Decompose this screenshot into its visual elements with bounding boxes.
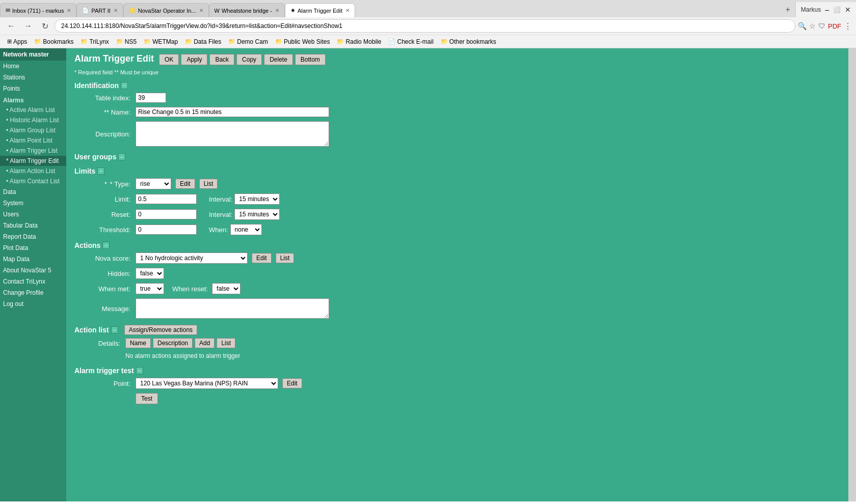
new-tab-button[interactable]: + xyxy=(781,2,795,17)
when-select[interactable]: nonerisingfallingboth xyxy=(230,224,262,235)
sidebar-item-alarms[interactable]: Alarms xyxy=(0,94,66,105)
nova-score-list-button[interactable]: List xyxy=(276,253,295,263)
pdf-icon: PDF xyxy=(828,22,841,30)
browser-tab-novastar[interactable]: 🌟NovaStar Operator In...✕ xyxy=(123,3,209,17)
when-reset-select[interactable]: falsetrue xyxy=(212,283,240,294)
tab-close-icon[interactable]: ✕ xyxy=(114,8,118,13)
sidebar-item-about-novastar[interactable]: About NovaStar 5 xyxy=(0,265,66,276)
bookmark-wetmap[interactable]: 📁WETMap xyxy=(141,37,181,46)
back-nav-button[interactable]: ← xyxy=(4,19,18,33)
limits-collapse-icon[interactable]: − xyxy=(97,167,104,175)
tab-close-icon[interactable]: ✕ xyxy=(275,8,279,13)
name-btn[interactable]: Name xyxy=(125,338,151,348)
sidebar-item-data[interactable]: Data xyxy=(0,186,66,198)
description-btn[interactable]: Description xyxy=(153,338,193,348)
threshold-input[interactable] xyxy=(136,225,197,235)
browser-tab-part2[interactable]: 📄PART II✕ xyxy=(76,3,123,17)
sidebar-item-stations[interactable]: Stations xyxy=(0,72,66,83)
assign-remove-button[interactable]: Assign/Remove actions xyxy=(124,325,197,335)
user-groups-collapse-icon[interactable]: − xyxy=(118,153,125,160)
action-list-collapse-icon[interactable]: − xyxy=(111,326,118,333)
sidebar-item-tabular-data[interactable]: Tabular Data xyxy=(0,220,66,231)
sidebar-item-home[interactable]: Home xyxy=(0,61,66,72)
nova-score-select[interactable]: 1 No hydrologic activity 2 Low activity … xyxy=(136,253,248,264)
point-select[interactable]: 120 Las Vegas Bay Marina (NPS) RAIN xyxy=(136,378,278,389)
maximize-btn[interactable]: ⬜ xyxy=(833,6,841,13)
forward-nav-button[interactable]: → xyxy=(21,19,35,33)
bookmark-apps[interactable]: ⊞Apps xyxy=(4,37,30,46)
browser-tab-alarmtrigger[interactable]: ★Alarm Trigger Edit✕ xyxy=(285,3,355,17)
tab-label: Inbox (711) - markus xyxy=(12,8,64,14)
limit-interval-select[interactable]: 15 minutes30 minutes1 hour6 hours xyxy=(234,193,280,205)
point-edit-button[interactable]: Edit xyxy=(282,378,302,388)
sidebar-item-plot-data[interactable]: Plot Data xyxy=(0,242,66,254)
bookmark-publicweb[interactable]: 📁Public Web Sites xyxy=(272,37,333,46)
sidebar-item-active-alarm-list[interactable]: • Active Alarm List xyxy=(0,105,66,115)
hidden-select[interactable]: falsetrue xyxy=(136,268,164,279)
minimize-btn[interactable]: – xyxy=(825,6,829,14)
address-bar[interactable] xyxy=(55,19,795,33)
bookmark-star-icon[interactable]: ☆ xyxy=(809,22,816,30)
browser-tab-gmail[interactable]: ✉Inbox (711) - markus✕ xyxy=(0,3,76,17)
sidebar-item-alarm-group-list[interactable]: • Alarm Group List xyxy=(0,125,66,135)
tab-close-icon[interactable]: ✕ xyxy=(199,8,203,13)
type-edit-button[interactable]: Edit xyxy=(175,179,195,189)
alarm-trigger-test-collapse-icon[interactable]: − xyxy=(136,367,143,374)
bottom-button[interactable]: Bottom xyxy=(295,54,326,65)
sidebar-item-map-data[interactable]: Map Data xyxy=(0,254,66,265)
sidebar-item-alarm-trigger-edit[interactable]: * Alarm Trigger Edit xyxy=(0,156,66,166)
sidebar-item-alarm-action-list[interactable]: • Alarm Action List xyxy=(0,166,66,176)
apply-button[interactable]: Apply xyxy=(181,54,207,65)
actions-collapse-icon[interactable]: − xyxy=(102,242,110,249)
bookmark-checkemail[interactable]: 📄Check E-mail xyxy=(385,37,436,46)
copy-button[interactable]: Copy xyxy=(236,54,262,65)
sidebar-item-points[interactable]: Points xyxy=(0,83,66,94)
sidebar-item-alarm-point-list[interactable]: • Alarm Point List xyxy=(0,135,66,146)
list-btn[interactable]: List xyxy=(217,338,235,348)
details-label: Details: xyxy=(74,340,125,347)
sidebar-item-users[interactable]: Users xyxy=(0,209,66,220)
sidebar-item-log-out[interactable]: Log out xyxy=(0,298,66,310)
sidebar-item-system[interactable]: System xyxy=(0,198,66,209)
sidebar-item-historic-alarm-list[interactable]: • Historic Alarm List xyxy=(0,115,66,125)
reload-button[interactable]: ↻ xyxy=(38,19,52,33)
identification-title: Identification xyxy=(74,81,119,90)
name-input[interactable] xyxy=(136,107,329,117)
back-button[interactable]: Back xyxy=(209,54,234,65)
type-select[interactable]: risefallabovebelowchange xyxy=(136,178,171,189)
message-textarea[interactable] xyxy=(136,298,329,319)
sidebar-item-alarm-contact-list[interactable]: • Alarm Contact List xyxy=(0,176,66,186)
message-row: Message: xyxy=(74,298,840,319)
limit-input[interactable] xyxy=(136,194,197,204)
sidebar-item-alarm-trigger-list[interactable]: • Alarm Trigger List xyxy=(0,146,66,156)
sidebar-item-change-profile[interactable]: Change Profile xyxy=(0,287,66,298)
search-icon[interactable]: 🔍 xyxy=(798,22,807,30)
bookmark-otherbookmarks[interactable]: 📁Other bookmarks xyxy=(438,37,499,46)
bookmark-democam[interactable]: 📁Demo Cam xyxy=(225,37,271,46)
menu-icon[interactable]: ⋮ xyxy=(844,21,852,31)
close-btn[interactable]: ✕ xyxy=(845,6,851,14)
table-index-input[interactable] xyxy=(136,93,166,103)
ok-button[interactable]: OK xyxy=(159,54,179,65)
reset-input[interactable] xyxy=(136,209,197,219)
tab-close-icon[interactable]: ✕ xyxy=(345,8,350,13)
browser-tab-wheatstone[interactable]: WWheatstone bridge -✕ xyxy=(209,3,285,17)
when-met-select[interactable]: truefalse xyxy=(136,283,164,294)
bookmark-ns5[interactable]: 📁NS5 xyxy=(113,37,140,46)
test-button[interactable]: Test xyxy=(136,393,158,404)
add-btn[interactable]: Add xyxy=(195,338,215,348)
description-textarea[interactable] xyxy=(136,121,329,147)
sidebar-item-report-data[interactable]: Report Data xyxy=(0,231,66,242)
bookmark-trilynx[interactable]: 📁TriLynx xyxy=(77,37,112,46)
tab-close-icon[interactable]: ✕ xyxy=(67,8,71,13)
delete-button[interactable]: Delete xyxy=(264,54,293,65)
bookmark-bookmarks[interactable]: 📁Bookmarks xyxy=(31,37,76,46)
sidebar-item-contact-trilynx[interactable]: Contact TriLynx xyxy=(0,276,66,287)
bookmark-datafiles[interactable]: 📁Data Files xyxy=(182,37,224,46)
scrollbar[interactable] xyxy=(848,48,856,501)
nova-score-edit-button[interactable]: Edit xyxy=(252,253,272,263)
bookmark-radiomobile[interactable]: 📁Radio Mobile xyxy=(334,37,384,46)
identification-collapse-icon[interactable]: − xyxy=(121,82,128,89)
reset-interval-select[interactable]: 15 minutes30 minutes1 hour6 hours xyxy=(234,209,280,220)
type-list-button[interactable]: List xyxy=(199,179,218,189)
